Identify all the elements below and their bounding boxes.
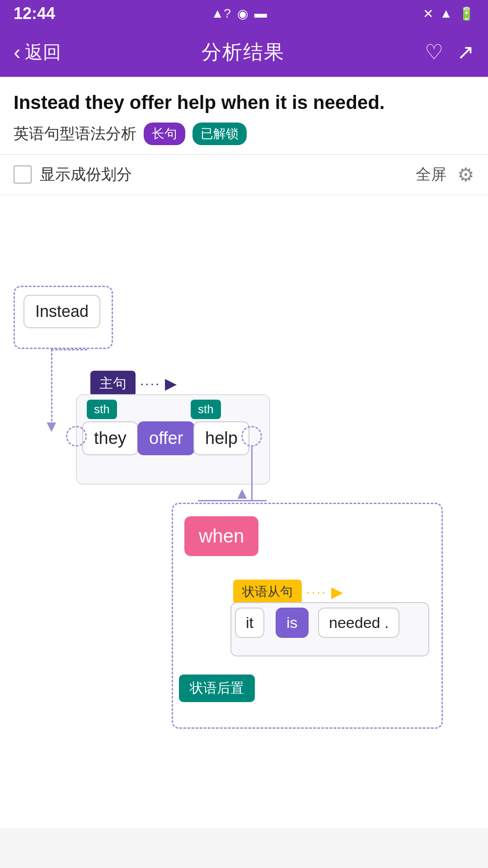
- instead-chip[interactable]: Instead: [23, 295, 100, 328]
- circle-dot-left: [66, 426, 87, 448]
- heart-icon[interactable]: ♡: [425, 40, 443, 64]
- status-time: 12:44: [14, 4, 55, 23]
- up-arrow-icon: ▲: [234, 484, 250, 503]
- badge-long: 长句: [144, 123, 185, 145]
- main-clause-dots: ····: [140, 376, 160, 391]
- english-sentence: Instead they offer help when it is neede…: [14, 90, 474, 115]
- header-actions: ♡ ↗: [425, 40, 474, 64]
- when-chip[interactable]: when: [184, 516, 258, 556]
- header-title: 分析结果: [202, 39, 285, 66]
- sim-icon: ▬: [254, 6, 267, 21]
- subtitle-row: 英语句型语法分析 长句 已解锁: [14, 123, 474, 145]
- signal-question-icon: ▲?: [211, 6, 231, 21]
- connector-h-1: [198, 500, 267, 502]
- offer-chip[interactable]: offer: [137, 421, 195, 455]
- settings-icon[interactable]: ⚙: [457, 164, 474, 186]
- connector-instead-down: [51, 349, 53, 421]
- status-icons-right: ✕ ▲ 🔋: [423, 6, 474, 21]
- wifi-x-icon: ✕: [423, 6, 433, 21]
- back-arrow-icon: ‹: [14, 40, 20, 64]
- show-segments-label: 显示成份划分: [40, 164, 132, 185]
- status-bar: 12:44 ▲? ◉ ▬ ✕ ▲ 🔋: [0, 0, 488, 27]
- chinese-label: 英语句型语法分析: [14, 123, 136, 144]
- sentence-content: Instead they offer help when it is neede…: [0, 77, 488, 155]
- adverb-clause-tag: 状语从句: [233, 580, 302, 604]
- connector-h-instead: [51, 349, 87, 351]
- back-button[interactable]: ‹ 返回: [14, 40, 61, 65]
- battery-icon: 🔋: [459, 6, 474, 21]
- adverb-clause-arrow-icon: ▶: [331, 583, 343, 601]
- toolbar-right: 全屏 ⚙: [416, 164, 474, 186]
- main-clause-row: 主句 ···· ▶: [90, 371, 177, 396]
- sth-label-2: sth: [191, 400, 221, 419]
- circle-dot-right: [241, 426, 262, 448]
- show-segments-checkbox[interactable]: [14, 165, 32, 184]
- toolbar-left: 显示成份划分: [14, 164, 132, 185]
- adverb-clause-dots: ····: [306, 584, 327, 599]
- signal-icon: ▲: [440, 6, 452, 21]
- badge-unlocked: 已解锁: [192, 123, 247, 145]
- diagram-area: Instead ▼ 主句 ···· ▶ sth sth they offer h…: [0, 195, 488, 828]
- status-icons-left: ▲? ◉ ▬: [211, 6, 267, 21]
- fullscreen-label[interactable]: 全屏: [416, 164, 446, 185]
- main-clause-tag: 主句: [90, 371, 136, 396]
- back-label: 返回: [25, 40, 61, 65]
- down-arrow-icon: ▼: [43, 417, 60, 436]
- they-chip[interactable]: they: [82, 421, 138, 455]
- adverb-clause-row: 状语从句 ···· ▶: [233, 580, 343, 604]
- radio-icon: ◉: [237, 6, 248, 21]
- adverb-pos-tag: 状语后置: [179, 675, 255, 702]
- sth-label-1: sth: [87, 400, 117, 419]
- header: ‹ 返回 分析结果 ♡ ↗: [0, 27, 488, 77]
- toolbar: 显示成份划分 全屏 ⚙: [0, 155, 488, 195]
- it-chip[interactable]: it: [235, 608, 264, 638]
- is-chip[interactable]: is: [276, 608, 309, 638]
- share-icon[interactable]: ↗: [457, 40, 474, 64]
- main-clause-arrow-icon: ▶: [165, 374, 177, 392]
- connector-right-down: [251, 447, 253, 501]
- needed-chip[interactable]: needed .: [318, 608, 399, 638]
